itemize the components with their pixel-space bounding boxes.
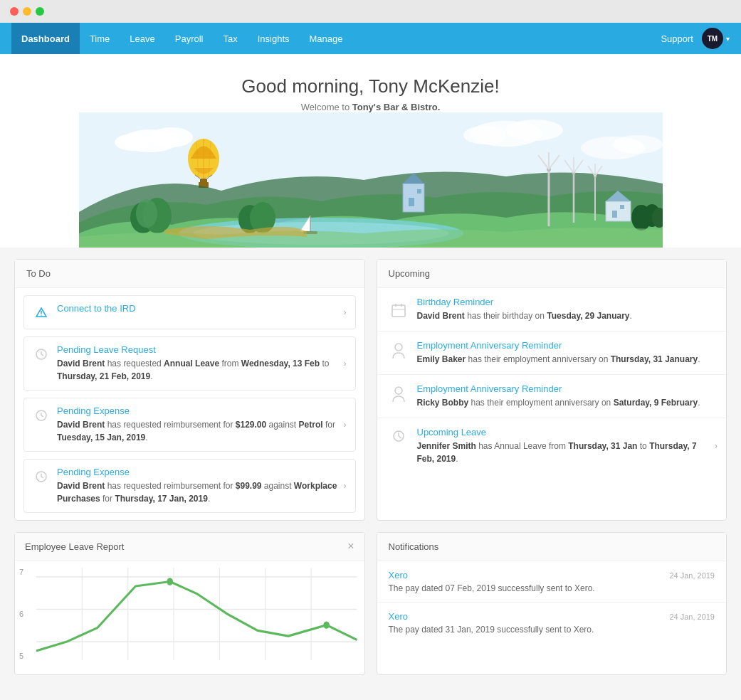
nav-leave[interactable]: Leave [120, 23, 164, 54]
chart-svg [36, 568, 357, 660]
svg-point-6 [463, 126, 506, 144]
anniv1-desc: Emily Baker has their employment anniver… [417, 353, 715, 366]
ird-title[interactable]: Connect to the IRD [57, 303, 347, 314]
notif-2-text: The pay dated 31 Jan, 2019 successfully … [389, 625, 715, 635]
avatar: TM [702, 28, 723, 49]
user-menu[interactable]: TM ▾ [702, 28, 730, 49]
birthday-icon [389, 297, 409, 319]
svg-point-3 [115, 134, 150, 151]
chart-y-5: 5 [19, 652, 23, 660]
anniv2-icon [389, 383, 409, 406]
bottom-grid: Employee Leave Report × 7 6 5 [0, 532, 741, 686]
anniv1-content: Employment Anniversary Reminder Emily Ba… [417, 340, 715, 366]
nav-payroll[interactable]: Payroll [165, 23, 214, 54]
notif-1-source[interactable]: Xero [389, 570, 408, 580]
svg-point-69 [395, 344, 402, 351]
svg-rect-30 [417, 189, 421, 193]
svg-line-61 [41, 415, 43, 417]
todo-card: To Do Connect to the IRD › [14, 259, 365, 521]
expense1-title[interactable]: Pending Expense [57, 405, 347, 416]
anniv2-desc: Ricky Bobby has their employment anniver… [417, 396, 715, 409]
birthday-desc: David Brent has their birthday on Tuesda… [417, 309, 715, 322]
svg-point-55 [41, 314, 42, 316]
svg-point-2 [150, 127, 193, 147]
leave-icon [33, 346, 50, 363]
upcoming-leave-arrow: › [715, 441, 718, 451]
upcoming-leave-desc: Jennifer Smith has Annual Leave from Thu… [417, 440, 715, 465]
expense2-arrow: › [344, 481, 347, 491]
support-link[interactable]: Support [661, 33, 693, 44]
leave-report-close[interactable]: × [347, 540, 354, 553]
chart-y-7: 7 [19, 568, 23, 576]
company-name: Tony's Bar & Bistro. [352, 102, 440, 112]
todo-item-expense1[interactable]: Pending Expense David Brent has requeste… [23, 398, 356, 452]
chart-y-axis: 7 6 5 [19, 568, 23, 660]
ird-content: Connect to the IRD [57, 303, 347, 316]
main-grid: To Do Connect to the IRD › [0, 248, 741, 532]
greeting-heading: Good morning, Tony McKenzie! [14, 75, 727, 97]
anniv2-content: Employment Anniversary Reminder Ricky Bo… [417, 383, 715, 409]
notif-1-header: Xero 24 Jan, 2019 [389, 570, 715, 580]
upcoming-item-anniv2[interactable]: Employment Anniversary Reminder Ricky Bo… [377, 375, 727, 418]
upcoming-header: Upcoming [377, 260, 727, 288]
svg-point-84 [323, 621, 330, 628]
svg-point-24 [136, 199, 157, 228]
svg-rect-29 [409, 198, 414, 206]
notif-1-text: The pay dated 07 Feb, 2019 successfully … [389, 583, 715, 593]
expense2-desc: David Brent has requested reimbursement … [57, 479, 347, 505]
navbar: Dashboard Time Leave Payroll Tax Insight… [0, 23, 741, 54]
birthday-title: Birthday Reminder [417, 297, 715, 307]
anniv1-title: Employment Anniversary Reminder [417, 340, 715, 351]
nav-items: Dashboard Time Leave Payroll Tax Insight… [11, 23, 661, 54]
expense2-title[interactable]: Pending Expense [57, 467, 347, 477]
maximize-window-btn[interactable] [36, 7, 44, 16]
todo-item-leave[interactable]: Pending Leave Request David Brent has re… [23, 336, 356, 391]
leave-report-header: Employee Leave Report × [15, 533, 364, 561]
hero-section: Good morning, Tony McKenzie! Welcome to … [0, 54, 741, 248]
upcoming-leave-icon [389, 427, 409, 450]
minimize-window-btn[interactable] [23, 7, 31, 16]
upcoming-item-leave[interactable]: Upcoming Leave Jennifer Smith has Annual… [377, 418, 727, 474]
nav-time[interactable]: Time [80, 23, 120, 54]
leave-content: Pending Leave Request David Brent has re… [57, 344, 347, 383]
todo-header: To Do [15, 260, 364, 288]
expense2-content: Pending Expense David Brent has requeste… [57, 467, 347, 505]
leave-title[interactable]: Pending Leave Request [57, 344, 347, 355]
close-window-btn[interactable] [10, 7, 19, 16]
upcoming-leave-title: Upcoming Leave [417, 427, 715, 438]
leave-report-card: Employee Leave Report × 7 6 5 [14, 532, 365, 675]
avatar-dropdown-arrow[interactable]: ▾ [726, 35, 730, 43]
upcoming-card: Upcoming Birthday Reminder David Brent h… [377, 259, 727, 521]
svg-line-64 [41, 477, 43, 478]
expense1-desc: David Brent has requested reimbursement … [57, 418, 347, 444]
svg-rect-46 [606, 201, 631, 221]
window-chrome [0, 0, 741, 23]
notifications-header: Notifications [377, 533, 727, 561]
notifications-card: Notifications Xero 24 Jan, 2019 The pay … [377, 532, 727, 675]
ird-arrow: › [344, 307, 347, 317]
todo-item-expense2[interactable]: Pending Expense David Brent has requeste… [23, 459, 356, 513]
notif-2-source[interactable]: Xero [389, 611, 408, 622]
svg-line-73 [399, 436, 401, 438]
nav-tax[interactable]: Tax [213, 23, 247, 54]
ird-icon [33, 304, 50, 322]
expense1-arrow: › [344, 420, 347, 430]
svg-rect-48 [612, 211, 617, 218]
svg-rect-65 [392, 305, 405, 317]
expense2-icon [33, 468, 50, 485]
upcoming-item-anniv1[interactable]: Employment Anniversary Reminder Emily Ba… [377, 332, 727, 375]
nav-manage[interactable]: Manage [300, 23, 353, 54]
todo-item-ird[interactable]: Connect to the IRD › [23, 295, 356, 329]
upcoming-item-birthday[interactable]: Birthday Reminder David Brent has their … [377, 288, 727, 332]
svg-line-58 [41, 354, 43, 356]
svg-point-8 [613, 135, 663, 154]
notif-item-1[interactable]: Xero 24 Jan, 2019 The pay dated 07 Feb, … [377, 561, 727, 603]
notif-2-date: 24 Jan, 2019 [669, 612, 715, 621]
notif-1-date: 24 Jan, 2019 [669, 571, 715, 580]
nav-dashboard[interactable]: Dashboard [11, 23, 80, 54]
chart-container: 7 6 5 [15, 561, 364, 674]
chart-y-6: 6 [19, 610, 23, 618]
nav-insights[interactable]: Insights [248, 23, 300, 54]
anniv1-icon [389, 340, 409, 363]
notif-item-2[interactable]: Xero 24 Jan, 2019 The pay dated 31 Jan, … [377, 603, 727, 643]
